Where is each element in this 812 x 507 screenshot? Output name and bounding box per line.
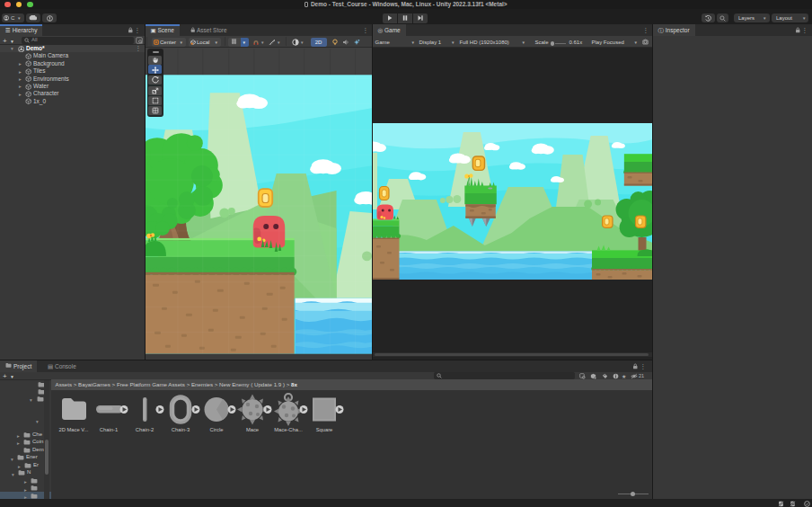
svg-text:Chain-3: Chain-3 — [172, 427, 190, 432]
svg-text:Mace: Mace — [246, 427, 259, 432]
svg-text:Circle: Circle — [210, 427, 224, 432]
svg-text:Chain-2: Chain-2 — [136, 427, 154, 432]
svg-text:Mace-Cha...: Mace-Cha... — [274, 427, 303, 432]
svg-text:Square: Square — [316, 427, 333, 432]
svg-text:2D Mace V...: 2D Mace V... — [59, 427, 89, 432]
svg-text:Chain-1: Chain-1 — [100, 427, 118, 432]
